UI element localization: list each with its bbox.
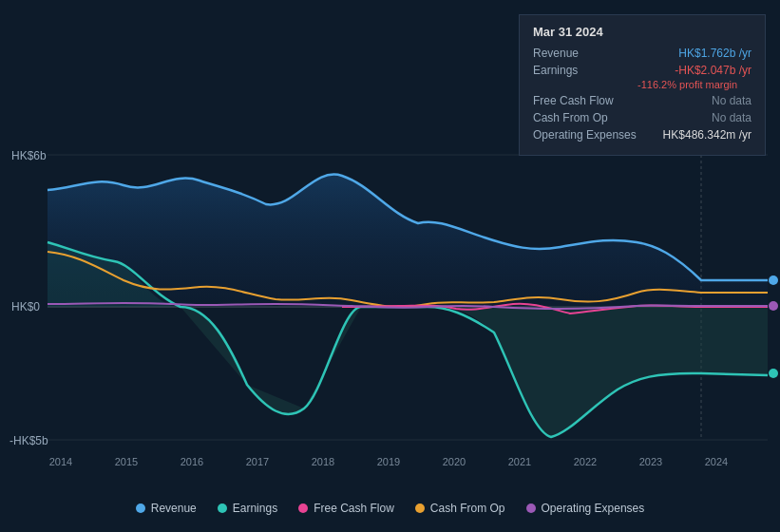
legend-dot-revenue — [136, 504, 145, 513]
svg-text:2024: 2024 — [705, 456, 728, 467]
legend-item-fcf[interactable]: Free Cash Flow — [298, 502, 394, 515]
tooltip-value-cashfromop: No data — [712, 111, 751, 124]
tooltip-row-earnings: Earnings -HK$2.047b /yr — [533, 64, 751, 77]
tooltip-label-opex: Operating Expenses — [533, 128, 637, 142]
tooltip-profit-margin: -116.2% profit margin — [637, 79, 751, 90]
legend-label-revenue: Revenue — [151, 502, 197, 515]
svg-text:2023: 2023 — [639, 456, 662, 467]
tooltip-row-revenue: Revenue HK$1.762b /yr — [533, 47, 751, 60]
tooltip-date: Mar 31 2024 — [533, 25, 751, 39]
legend-label-opex: Operating Expenses — [542, 502, 645, 515]
tooltip-value-opex: HK$486.342m /yr — [663, 128, 751, 142]
legend-label-cashfromop: Cash From Op — [430, 502, 505, 515]
svg-text:2019: 2019 — [377, 456, 400, 467]
svg-text:2016: 2016 — [181, 456, 203, 467]
legend-dot-opex — [526, 504, 536, 513]
tooltip-label-earnings: Earnings — [533, 64, 637, 77]
legend-dot-fcf — [298, 504, 308, 513]
legend-item-cashfromop[interactable]: Cash From Op — [415, 502, 505, 515]
tooltip-row-cashfromop: Cash From Op No data — [533, 111, 751, 124]
legend-item-opex[interactable]: Operating Expenses — [526, 502, 645, 515]
y-label-top: HK$6b — [11, 149, 47, 162]
legend-item-revenue[interactable]: Revenue — [136, 502, 197, 515]
tooltip-value-earnings: -HK$2.047b /yr — [675, 64, 751, 77]
right-dot-revenue — [769, 276, 778, 285]
tooltip-value-revenue: HK$1.762b /yr — [678, 47, 751, 60]
chart-legend: Revenue Earnings Free Cash Flow Cash Fro… — [0, 502, 780, 515]
right-dot-earnings — [769, 369, 778, 378]
svg-text:2018: 2018 — [312, 456, 334, 467]
y-label-mid: HK$0 — [11, 300, 40, 314]
right-dot-opex — [769, 301, 778, 311]
tooltip-label-cashfromop: Cash From Op — [533, 111, 637, 124]
svg-text:2015: 2015 — [115, 456, 138, 467]
legend-label-earnings: Earnings — [233, 502, 277, 515]
legend-dot-earnings — [218, 504, 227, 513]
legend-item-earnings[interactable]: Earnings — [218, 502, 277, 515]
svg-text:2021: 2021 — [508, 456, 531, 467]
legend-label-fcf: Free Cash Flow — [314, 502, 394, 515]
svg-text:2020: 2020 — [443, 456, 466, 467]
tooltip-label-revenue: Revenue — [533, 47, 637, 60]
tooltip-label-fcf: Free Cash Flow — [533, 94, 637, 107]
tooltip-row-opex: Operating Expenses HK$486.342m /yr — [533, 128, 751, 142]
tooltip-value-fcf: No data — [712, 94, 751, 107]
legend-dot-cashfromop — [415, 504, 425, 513]
tooltip-row-fcf: Free Cash Flow No data — [533, 94, 751, 107]
y-label-bot: -HK$5b — [10, 434, 48, 447]
svg-text:2017: 2017 — [246, 456, 269, 467]
svg-text:2022: 2022 — [574, 456, 597, 467]
svg-text:2014: 2014 — [49, 456, 72, 467]
data-tooltip: Mar 31 2024 Revenue HK$1.762b /yr Earnin… — [519, 14, 766, 156]
